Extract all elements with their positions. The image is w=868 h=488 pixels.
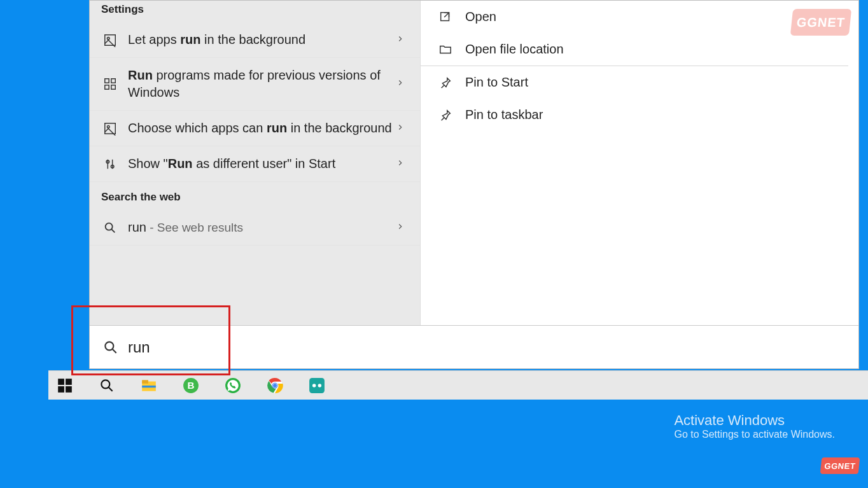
- setting-run-compat[interactable]: Run programs made for previous versions …: [90, 58, 420, 111]
- slider-icon: [101, 157, 119, 171]
- taskbar-green-app-icon[interactable]: B: [179, 374, 202, 397]
- taskbar-chrome-icon[interactable]: [263, 374, 286, 397]
- svg-point-7: [107, 125, 109, 128]
- svg-rect-15: [58, 386, 64, 393]
- taskbar-whatsapp-icon[interactable]: [221, 374, 244, 397]
- svg-point-12: [105, 342, 113, 350]
- setting-run-as-different-user[interactable]: Show "Run as different user" in Start: [90, 146, 420, 182]
- setting-let-apps-run-bg[interactable]: Let apps run in the background: [90, 22, 420, 58]
- open-icon: [436, 10, 455, 24]
- svg-rect-5: [111, 85, 115, 89]
- results-left-column: Settings Let apps run in the background …: [90, 1, 421, 325]
- action-open[interactable]: Open: [421, 1, 848, 33]
- ggnet-badge-top: GGNET: [790, 9, 851, 36]
- chevron-right-icon: [396, 34, 409, 46]
- svg-rect-28: [309, 378, 325, 393]
- ggnet-badge-bottom: GGNET: [820, 457, 860, 474]
- pin-icon: [436, 108, 455, 122]
- setting-choose-apps-run-bg[interactable]: Choose which apps can run in the backgro…: [90, 111, 420, 146]
- result-text: run - See web results: [128, 219, 396, 236]
- svg-rect-20: [142, 386, 156, 387]
- svg-rect-6: [105, 123, 116, 134]
- pin-icon: [436, 76, 455, 90]
- action-label: Open file location: [465, 42, 564, 57]
- svg-rect-2: [105, 79, 109, 83]
- search-icon: [102, 339, 119, 356]
- svg-rect-3: [111, 79, 115, 83]
- svg-rect-19: [142, 380, 148, 383]
- chevron-right-icon: [396, 222, 409, 234]
- result-text: Show "Run as different user" in Start: [128, 155, 396, 172]
- svg-rect-0: [105, 34, 116, 45]
- svg-text:B: B: [188, 380, 195, 391]
- settings-header: Settings: [90, 1, 420, 22]
- folder-icon: [436, 43, 455, 57]
- result-text: Let apps run in the background: [128, 31, 396, 48]
- svg-rect-13: [58, 379, 64, 385]
- svg-rect-14: [66, 379, 72, 385]
- picture-icon: [101, 33, 119, 47]
- web-result-run[interactable]: run - See web results: [90, 210, 420, 246]
- chevron-right-icon: [396, 78, 409, 90]
- search-input[interactable]: [128, 338, 846, 356]
- activation-watermark: Activate Windows Go to Settings to activ…: [674, 412, 835, 440]
- activation-line2: Go to Settings to activate Windows.: [674, 429, 835, 440]
- search-input-row[interactable]: [90, 325, 858, 368]
- start-search-panel: Settings Let apps run in the background …: [89, 0, 859, 369]
- svg-point-30: [318, 384, 321, 387]
- taskbar: B: [48, 370, 868, 400]
- svg-point-10: [106, 223, 113, 230]
- result-text: Run programs made for previous versions …: [128, 67, 396, 101]
- svg-rect-16: [66, 386, 72, 393]
- picture-icon: [101, 122, 119, 136]
- grid-icon: [101, 77, 119, 91]
- action-label: Pin to Start: [465, 75, 528, 90]
- taskbar-file-explorer-icon[interactable]: [137, 374, 160, 397]
- svg-point-17: [101, 380, 109, 388]
- search-web-header: Search the web: [90, 182, 420, 210]
- chevron-right-icon: [396, 123, 409, 134]
- action-open-file-location[interactable]: Open file location: [421, 33, 848, 66]
- chevron-right-icon: [396, 158, 409, 170]
- svg-point-29: [312, 384, 316, 387]
- action-label: Open: [465, 10, 496, 24]
- results-area: Settings Let apps run in the background …: [90, 1, 858, 325]
- result-actions-column: Open Open file location Pin to Start Pin: [421, 1, 858, 325]
- search-icon: [101, 221, 119, 235]
- activation-line1: Activate Windows: [674, 412, 835, 429]
- svg-point-1: [107, 37, 109, 39]
- svg-point-27: [273, 384, 277, 387]
- svg-rect-4: [105, 85, 109, 89]
- taskbar-search-icon[interactable]: [95, 374, 118, 397]
- action-label: Pin to taskbar: [465, 108, 543, 122]
- start-button[interactable]: [53, 374, 76, 397]
- action-pin-start[interactable]: Pin to Start: [421, 66, 848, 99]
- result-text: Choose which apps can run in the backgro…: [128, 120, 396, 137]
- action-pin-taskbar[interactable]: Pin to taskbar: [421, 99, 848, 131]
- taskbar-teal-app-icon[interactable]: [305, 374, 328, 397]
